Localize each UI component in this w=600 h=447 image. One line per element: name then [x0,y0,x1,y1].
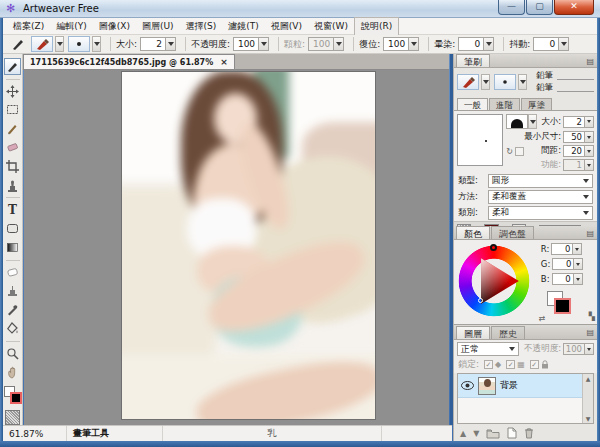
foreground-color-swatch[interactable] [10,392,22,404]
move-tool[interactable] [4,83,21,100]
blend-mode-select[interactable]: 正常 [457,342,519,356]
resat-input[interactable]: 100 [383,37,409,51]
layer-row-background[interactable]: 背景 [458,374,593,398]
jitter-input[interactable]: 0 [533,37,559,51]
select-tool[interactable] [4,102,21,119]
tab-general[interactable]: 一般 [457,98,488,110]
brush-preset-dropdown[interactable] [55,36,64,52]
scroll-down-icon[interactable]: ▼ [586,415,591,422]
g-dropdown[interactable] [574,258,583,270]
eraser-tool[interactable] [4,264,21,281]
document-tab[interactable]: 17115639c6c12f45db8765.jpg @ 61.87% × [23,54,235,69]
b-dropdown[interactable] [574,273,583,285]
tip-shape-dropdown[interactable] [528,114,537,129]
sv-marker-icon[interactable] [478,298,483,303]
menu-image[interactable]: 圖像(X) [93,18,136,35]
hue-marker-icon[interactable] [490,244,497,251]
b-input[interactable]: 0 [552,273,574,285]
spacing-checkbox[interactable] [515,147,524,156]
brush-category-dropdown[interactable] [481,74,490,90]
crop-tool[interactable] [4,158,21,175]
maximize-button[interactable]: ▢ [526,0,553,15]
brush-preset-button[interactable] [31,36,53,52]
color-wheel[interactable] [456,243,539,319]
new-group-folder-icon[interactable] [486,428,500,439]
brush-variant-dropdown[interactable] [518,74,527,90]
layer-list-scrollbar[interactable]: ▲ ▼ [582,374,593,423]
close-button[interactable]: ✕ [554,0,594,15]
gradient-tool[interactable] [4,239,21,256]
bleed-input[interactable]: 0 [458,37,484,51]
brush-category-button[interactable] [457,74,479,90]
g-input[interactable]: 0 [552,258,574,270]
menu-edit[interactable]: 編輯(Y) [50,18,93,35]
scroll-up-icon[interactable]: ▲ [586,375,591,382]
menu-window[interactable]: 視窗(W) [308,18,354,35]
brush-size-input[interactable]: 2 [563,116,585,128]
tab-palette[interactable]: 調色盤 [491,226,534,239]
menu-layer[interactable]: 圖層(U) [136,18,180,35]
bleed-dropdown[interactable] [484,37,494,51]
panel-menu-icon[interactable]: ▤ [586,229,594,238]
text-tool[interactable]: T [4,201,21,218]
brush-tip-button[interactable] [68,36,90,52]
clone-tool[interactable] [4,283,21,300]
brush-tip-dropdown[interactable] [92,36,101,52]
tab-color[interactable]: 顏色 [456,226,490,239]
fill-tool[interactable] [4,320,21,337]
type-select[interactable]: 圓形 [488,174,593,188]
menu-file[interactable]: 檔案(Z) [7,18,50,35]
canvas-area[interactable] [24,70,449,425]
shape-tool[interactable] [4,220,21,237]
r-input[interactable]: 0 [551,243,573,255]
zoom-tool[interactable] [4,345,21,362]
brush-variant-button[interactable] [494,74,516,90]
spacing-dropdown[interactable] [585,145,594,157]
tab-impasto[interactable]: 厚塗 [521,98,552,110]
tip-shape-button[interactable] [506,114,528,129]
delete-layer-trash-icon[interactable] [524,427,534,439]
r-dropdown[interactable] [573,243,582,255]
resat-dropdown[interactable] [409,37,419,51]
stamp-tool[interactable] [4,177,21,194]
tab-close-icon[interactable]: × [220,57,228,67]
tab-advanced[interactable]: 進階 [489,98,520,110]
menu-filter[interactable]: 濾鏡(T) [222,18,265,35]
visibility-eye-icon[interactable] [461,381,474,390]
menu-select[interactable]: 選擇(S) [180,18,223,35]
min-size-dropdown[interactable] [585,131,594,143]
tab-history[interactable]: 歷史 [491,326,525,339]
swap-colors-icon[interactable]: ⇄ [539,314,546,323]
rotate-icon[interactable]: ↻ [506,147,513,156]
canvas-photo[interactable] [122,72,375,419]
opacity-input[interactable]: 100 [233,37,259,51]
move-layer-up-button[interactable]: ▲ [460,429,466,438]
menu-view[interactable]: 視圖(V) [265,18,308,35]
tab-layers[interactable]: 圖層 [456,326,490,339]
move-layer-down-button[interactable]: ▼ [473,429,479,438]
default-colors-icon[interactable]: ▚ [589,312,595,321]
size-dropdown[interactable] [166,37,176,51]
eyedropper-tool[interactable] [4,301,21,318]
brush-size-dropdown[interactable] [585,116,594,128]
hand-tool[interactable] [4,364,21,381]
status-zoom[interactable]: 61.87% [3,426,67,441]
jitter-dropdown[interactable] [559,37,569,51]
opacity-dropdown[interactable] [259,37,269,51]
pencil-tool[interactable] [4,120,21,137]
size-input[interactable]: 2 [140,37,166,51]
foreground-color-swatch[interactable] [554,298,571,314]
tab-brushes[interactable]: 筆刷 [456,54,490,67]
category-select[interactable]: 柔和 [488,206,593,220]
menu-help[interactable]: 說明(R) [354,17,399,36]
minimize-button[interactable]: — [498,0,525,15]
spacing-input[interactable]: 20 [563,145,585,157]
pattern-swatch[interactable] [5,410,20,425]
method-select[interactable]: 柔和覆蓋 [488,190,593,204]
min-size-input[interactable]: 50 [563,131,585,143]
panel-menu-icon[interactable]: ▤ [586,328,594,337]
panel-menu-icon[interactable]: ▤ [586,57,594,66]
brush-tool-button[interactable] [7,36,29,52]
eraser-small-tool[interactable] [4,139,21,156]
new-layer-icon[interactable] [507,427,517,439]
